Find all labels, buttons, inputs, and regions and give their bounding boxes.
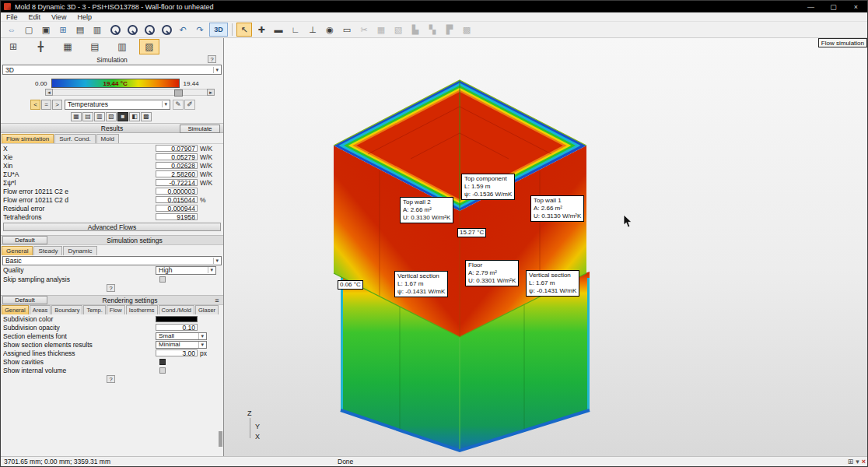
toolbar-visibility-button[interactable]: ◉ — [322, 23, 338, 37]
slider-track[interactable] — [53, 89, 207, 96]
toolbar-report-button[interactable]: ▤ — [72, 23, 88, 37]
tab-rend-general[interactable]: General — [2, 305, 29, 314]
viewmode-dense-button[interactable]: ▩ — [141, 112, 152, 121]
toolbar-rectangle-button[interactable]: ▬ — [271, 23, 286, 37]
rendering-default-button[interactable]: Default — [2, 296, 47, 304]
skip-sampling-checkbox[interactable] — [159, 276, 166, 283]
help-button[interactable]: ? — [208, 55, 216, 63]
toolbar-zoom-extents-button[interactable] — [158, 23, 173, 37]
toolbar-corner-button[interactable]: ∟ — [288, 23, 303, 37]
result-value-field[interactable]: -0.72214 — [156, 179, 198, 186]
result-value-field[interactable]: 0.02628 — [156, 162, 198, 169]
viewmode-lines-button[interactable]: ▤ — [82, 112, 93, 121]
viewport-3d[interactable]: Flow simulation Top component L: 1.59 m … — [224, 38, 867, 456]
simulation-default-button[interactable]: Default — [2, 236, 47, 244]
toolbar-zoom-out-button[interactable] — [124, 23, 139, 37]
toolbar-zoom-window-button[interactable] — [141, 23, 156, 37]
viewmode-solid-button[interactable]: ■ — [117, 112, 128, 121]
viewmode-grid-button[interactable]: ▦ — [71, 112, 82, 121]
edit-scale-button[interactable]: ✎ — [173, 100, 184, 110]
toolbar-3d-button[interactable]: 3D — [209, 23, 228, 37]
result-value-field[interactable]: 91958 — [156, 213, 198, 220]
nav-prev-button[interactable]: < — [30, 100, 40, 110]
tab-flow-simulation[interactable]: Flow simulation — [2, 134, 54, 143]
tab-sim-steady[interactable]: Steady — [33, 246, 62, 255]
show-cavities-checkbox[interactable] — [159, 359, 166, 365]
tab-sim-dynamic[interactable]: Dynamic — [63, 246, 96, 255]
chevron-down-icon[interactable]: ▾ — [856, 458, 859, 465]
internal-volume-checkbox[interactable] — [159, 367, 166, 374]
result-value-field[interactable]: 2.58260 — [156, 170, 198, 177]
slider-thumb[interactable] — [174, 90, 183, 97]
help-button[interactable]: ? — [107, 284, 115, 292]
menu-view[interactable]: View — [46, 13, 72, 21]
toolbar-chart1-button[interactable]: ▙ — [408, 23, 423, 37]
thickness-field[interactable]: 3.00 — [156, 349, 198, 356]
menu-file[interactable]: File — [1, 13, 23, 21]
viewmode-half-button[interactable]: ◧ — [129, 112, 140, 121]
toolbar-chart3-button[interactable]: ▛ — [442, 23, 457, 37]
toolbar-chart2-button[interactable]: ▚ — [425, 23, 440, 37]
sidebar-project-button[interactable]: ⊞ — [3, 39, 23, 54]
tab-rend-areas[interactable]: Areas — [30, 305, 51, 314]
toolbar-section-button[interactable]: ▧ — [390, 23, 406, 37]
menu-help[interactable]: Help — [72, 13, 97, 21]
tab-surface-condensation[interactable]: Surf. Cond. — [54, 134, 95, 143]
toolbar-undo-button[interactable]: ↶ — [175, 23, 191, 37]
tab-rend-flow[interactable]: Flow — [107, 305, 125, 314]
nav-equal-button[interactable]: = — [41, 100, 51, 110]
sidebar-document-button[interactable]: ▥ — [112, 39, 132, 54]
toolbar-zoom-in-button[interactable] — [107, 23, 122, 37]
toolbar-new-button[interactable]: ▢ — [21, 23, 37, 37]
pick-value-button[interactable]: ✐ — [184, 100, 195, 110]
tab-mold[interactable]: Mold — [96, 134, 119, 143]
grid-view-icon[interactable]: ⊞ — [848, 458, 854, 465]
menu-edit[interactable]: Edit — [23, 13, 47, 21]
result-value-field[interactable]: 0.015044 — [156, 196, 198, 203]
toolbar-open-button[interactable]: ▣ — [38, 23, 54, 37]
toolbar-redo-button[interactable]: ↷ — [192, 23, 208, 37]
result-value-field[interactable]: 0.000944 — [156, 205, 198, 212]
viewmode-columns-button[interactable]: ▥ — [94, 112, 105, 121]
toolbar-select-add-button[interactable]: ✚ — [254, 23, 269, 37]
toolbar-app-button[interactable]: ⊞ — [55, 23, 71, 37]
close-button[interactable]: × — [845, 1, 867, 12]
sidebar-scrollbar-thumb[interactable] — [219, 431, 222, 447]
sidebar-report-button[interactable]: ▤ — [85, 39, 105, 54]
toolbar-cut-button[interactable]: ✂ — [356, 23, 372, 37]
tab-rend-glaser[interactable]: Glaser — [195, 305, 219, 314]
preset-dropdown[interactable]: Basic ▾ — [2, 256, 222, 265]
toolbar-table-button[interactable]: ▩ — [459, 23, 474, 37]
toolbar-measure-button[interactable]: ⊥ — [305, 23, 320, 37]
tab-sim-general[interactable]: General — [2, 246, 33, 255]
results-display-dropdown[interactable]: Minimal ▾ — [156, 341, 207, 349]
field-select-dropdown[interactable]: Temperatures ▾ — [65, 100, 170, 110]
color-swatch[interactable] — [156, 316, 198, 322]
close-panel-icon[interactable]: × — [862, 458, 866, 465]
viewmode-hatch-button[interactable]: ▧ — [106, 112, 117, 121]
tab-rend-cond-mold[interactable]: Cond./Mold — [159, 305, 194, 314]
slider-left-arrow[interactable]: ◄ — [45, 89, 53, 96]
toolbar-select-button[interactable]: ↖ — [236, 23, 252, 37]
nav-next-button[interactable]: > — [52, 100, 62, 110]
view-select-dropdown[interactable]: 3D ▾ — [2, 65, 222, 75]
result-value-field[interactable]: 0.07907 — [156, 145, 198, 152]
maximize-button[interactable]: ▢ — [822, 1, 845, 12]
minimize-button[interactable]: — — [800, 1, 822, 12]
help-button[interactable]: ? — [107, 375, 115, 383]
hamburger-icon[interactable]: ≡ — [212, 297, 222, 304]
toolbar-mesh-button[interactable]: ▦ — [373, 23, 389, 37]
result-value-field[interactable]: 0.000003 — [156, 188, 198, 195]
simulate-button[interactable]: Simulate — [180, 125, 220, 133]
font-size-dropdown[interactable]: Small ▾ — [156, 332, 207, 340]
tab-rend-isotherms[interactable]: Isotherms — [126, 305, 158, 314]
toolbar-print-button[interactable]: ▥ — [89, 23, 105, 37]
slider-right-arrow[interactable]: ► — [207, 89, 215, 96]
quality-dropdown[interactable]: High ▾ — [156, 266, 216, 275]
sidebar-add-button[interactable]: ╋ — [30, 39, 51, 54]
opacity-field[interactable]: 0.10 — [156, 324, 198, 331]
toolbar-pan-button[interactable]: ⇔ — [4, 23, 19, 37]
toolbar-note-button[interactable]: ▭ — [339, 23, 355, 37]
sidebar-simulation-button[interactable]: ▨ — [139, 39, 159, 54]
tab-rend-boundary[interactable]: Boundary — [51, 305, 82, 314]
